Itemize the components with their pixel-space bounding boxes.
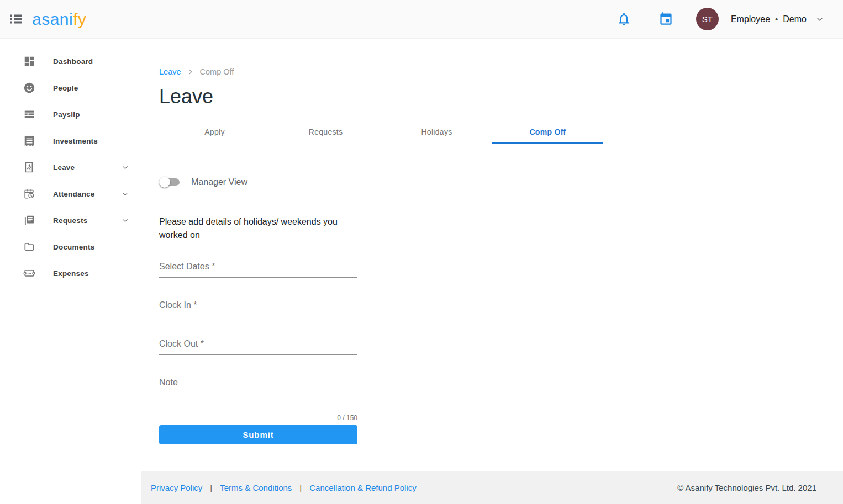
chevron-down-icon <box>121 163 129 172</box>
tab-bar: Apply Requests Holidays Comp Off <box>159 121 603 144</box>
sidebar-item-expenses[interactable]: Expenses <box>0 260 141 287</box>
top-header: asanify ST Employee • Demo <box>0 0 843 39</box>
tab-requests[interactable]: Requests <box>270 121 381 144</box>
sidebar-item-label: Dashboard <box>53 57 93 66</box>
page-title: Leave <box>159 85 843 108</box>
bell-icon <box>617 12 631 26</box>
note-label: Note <box>159 378 357 388</box>
manager-view-toggle[interactable] <box>159 176 181 189</box>
sidebar-item-requests[interactable]: Requests <box>0 207 141 234</box>
clock-out-field[interactable]: Clock Out * <box>159 339 357 355</box>
chevron-down-icon <box>815 15 824 24</box>
calendar-icon <box>658 12 673 26</box>
tab-comp-off[interactable]: Comp Off <box>492 121 603 144</box>
input-underline <box>159 354 357 355</box>
menu-list-icon[interactable] <box>8 12 23 27</box>
logo-text-orange: fy <box>73 10 86 29</box>
sidebar-item-documents[interactable]: Documents <box>0 234 141 260</box>
footer: Privacy Policy | Terms & Conditions | Ca… <box>141 471 843 504</box>
header-actions: ST Employee • Demo <box>616 0 843 38</box>
payslip-icon <box>23 108 36 121</box>
submit-button[interactable]: Submit <box>159 425 357 444</box>
clock-out-label: Clock Out * <box>159 339 357 349</box>
input-underline <box>159 277 357 278</box>
copyright-text: © Asanify Technologies Pvt. Ltd. 2021 <box>677 483 816 492</box>
app-root: asanify ST Employee • Demo <box>0 0 843 504</box>
cancellation-refund-link[interactable]: Cancellation & Refund Policy <box>309 483 416 492</box>
note-char-counter: 0 / 150 <box>159 414 357 422</box>
select-dates-field[interactable]: Select Dates * <box>159 262 357 278</box>
breadcrumb-current: Comp Off <box>200 67 234 76</box>
chevron-down-icon <box>121 190 129 198</box>
sidebar-item-label: Leave <box>53 163 75 172</box>
clock-in-field[interactable]: Clock In * <box>159 300 357 316</box>
receipt-icon <box>23 134 36 147</box>
sidebar-item-label: People <box>53 84 78 92</box>
main-column: Leave Comp Off Leave Apply Requests Holi… <box>141 39 843 504</box>
user-separator: • <box>775 14 778 24</box>
manager-view-label: Manager View <box>191 177 247 187</box>
form-intro-text: Please add details of holidays/ weekends… <box>159 215 344 242</box>
calendar-button[interactable] <box>658 11 675 28</box>
footer-links: Privacy Policy | Terms & Conditions | Ca… <box>151 483 417 492</box>
sidebar-item-label: Payslip <box>53 110 80 119</box>
user-role: Employee <box>731 14 770 24</box>
body-row: Dashboard People <box>0 39 843 504</box>
clock-in-label: Clock In * <box>159 300 357 310</box>
sidebar-item-payslip[interactable]: Payslip <box>0 101 141 128</box>
breadcrumb-leave-link[interactable]: Leave <box>159 67 181 76</box>
chevron-down-icon <box>121 216 129 225</box>
exit-door-icon <box>23 161 36 174</box>
dashboard-icon <box>23 55 36 68</box>
sidebar-item-attendance[interactable]: Attendance <box>0 181 141 207</box>
input-underline <box>159 316 357 316</box>
chevron-right-icon <box>187 68 194 76</box>
breadcrumb: Leave Comp Off <box>159 67 843 76</box>
manager-view-row: Manager View <box>159 176 843 189</box>
sidebar-item-label: Expenses <box>53 269 89 278</box>
avatar-initials: ST <box>702 14 713 24</box>
terms-conditions-link[interactable]: Terms & Conditions <box>220 483 292 492</box>
main-content: Leave Comp Off Leave Apply Requests Holi… <box>141 39 843 471</box>
user-org: Demo <box>783 14 807 24</box>
sidebar-item-label: Requests <box>53 216 87 225</box>
sidebar-item-label: Investments <box>53 137 98 145</box>
footer-link-separator: | <box>299 483 302 492</box>
library-books-icon <box>23 214 36 227</box>
sidebar-item-leave[interactable]: Leave <box>0 154 141 181</box>
tab-holidays[interactable]: Holidays <box>381 121 492 144</box>
footer-link-separator: | <box>210 483 212 492</box>
avatar[interactable]: ST <box>696 8 719 30</box>
ticket-icon <box>23 267 36 280</box>
select-dates-label: Select Dates * <box>159 262 357 272</box>
toggle-thumb <box>159 177 170 188</box>
tab-apply[interactable]: Apply <box>159 121 270 144</box>
sidebar-item-dashboard[interactable]: Dashboard <box>0 48 141 75</box>
privacy-policy-link[interactable]: Privacy Policy <box>151 483 202 492</box>
input-underline <box>159 411 357 411</box>
smiley-icon <box>23 81 36 94</box>
user-menu-chevron[interactable] <box>815 15 824 24</box>
folder-icon <box>23 240 36 253</box>
notifications-button[interactable] <box>616 11 633 28</box>
header-divider <box>688 0 688 39</box>
list-icon <box>10 14 22 24</box>
sidebar-item-label: Documents <box>53 243 94 251</box>
sidebar-item-people[interactable]: People <box>0 75 141 101</box>
calendar-clock-icon <box>23 187 36 200</box>
sidebar-item-investments[interactable]: Investments <box>0 128 141 154</box>
asanify-logo[interactable]: asanify <box>32 10 87 29</box>
user-menu[interactable]: Employee • Demo <box>731 14 807 24</box>
sidebar: Dashboard People <box>0 39 141 415</box>
sidebar-item-label: Attendance <box>53 190 95 198</box>
logo-text-blue: asani <box>32 10 73 29</box>
note-field[interactable]: Note <box>159 378 357 411</box>
